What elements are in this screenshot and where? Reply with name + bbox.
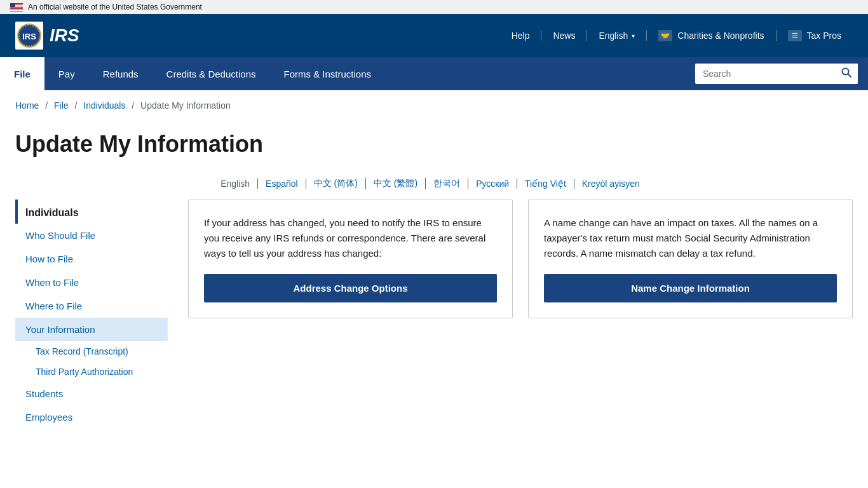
lang-korean[interactable]: 한국어 bbox=[426, 178, 468, 189]
svg-rect-5 bbox=[10, 9, 23, 10]
nav-items: File Pay Refunds Credits & Deductions Fo… bbox=[0, 57, 685, 90]
page-title-area: Update My Information bbox=[0, 121, 868, 173]
main-nav: File Pay Refunds Credits & Deductions Fo… bbox=[0, 57, 868, 90]
search-area bbox=[685, 57, 868, 90]
tax-pros-icon: ☰ bbox=[788, 30, 802, 41]
sidebar-when-to-file[interactable]: When to File bbox=[15, 271, 168, 294]
language-bar: English Español 中文 (简体) 中文 (繁體) 한국어 Русс… bbox=[0, 173, 868, 200]
irs-logo-text: IRS bbox=[50, 25, 79, 46]
irs-emblem: IRS bbox=[15, 22, 43, 50]
gov-banner: An official website of the United States… bbox=[0, 0, 868, 14]
english-link[interactable]: English ▾ bbox=[587, 30, 647, 41]
lang-chinese-traditional[interactable]: 中文 (繁體) bbox=[366, 178, 426, 189]
search-box bbox=[695, 64, 858, 84]
breadcrumb-sep-2: / bbox=[74, 100, 77, 111]
svg-rect-7 bbox=[10, 3, 15, 8]
lang-vietnamese[interactable]: Tiếng Việt bbox=[517, 179, 574, 189]
nav-forms[interactable]: Forms & Instructions bbox=[269, 57, 385, 90]
charities-icon: 🤝 bbox=[658, 30, 672, 41]
sidebar-students[interactable]: Students bbox=[15, 382, 168, 405]
sidebar-section-title: Individuals bbox=[15, 200, 168, 224]
page-title: Update My Information bbox=[15, 131, 853, 158]
english-label: English bbox=[599, 30, 628, 41]
breadcrumb-sep-3: / bbox=[132, 100, 134, 111]
sidebar-where-to-file[interactable]: Where to File bbox=[15, 294, 168, 318]
sidebar-sub-items: Tax Record (Transcript) Third Party Auth… bbox=[15, 341, 168, 382]
header-nav: Help News English ▾ 🤝 Charities & Nonpro… bbox=[500, 30, 853, 41]
chevron-down-icon: ▾ bbox=[632, 32, 635, 39]
news-link[interactable]: News bbox=[541, 30, 587, 41]
breadcrumb-home[interactable]: Home bbox=[15, 100, 39, 111]
svg-rect-6 bbox=[10, 10, 23, 11]
lang-russian[interactable]: Русский bbox=[468, 179, 517, 189]
sidebar-your-information[interactable]: Your Information bbox=[15, 318, 168, 341]
address-change-btn[interactable]: Address Change Options bbox=[204, 274, 497, 302]
nav-refunds[interactable]: Refunds bbox=[89, 57, 153, 90]
address-card-text: If your address has changed, you need to… bbox=[204, 215, 497, 261]
name-card-text: A name change can have an impact on taxe… bbox=[544, 215, 837, 261]
site-header: IRS IRS Help News English ▾ 🤝 Charities … bbox=[0, 14, 868, 57]
main-layout: Individuals Who Should File How to File … bbox=[0, 200, 868, 454]
cards-row: If your address has changed, you need to… bbox=[188, 200, 853, 318]
irs-wordmark: IRS bbox=[50, 25, 79, 46]
nav-file[interactable]: File bbox=[0, 57, 44, 90]
lang-espanol[interactable]: Español bbox=[258, 179, 306, 189]
search-icon bbox=[841, 67, 851, 78]
sidebar-employees[interactable]: Employees bbox=[15, 405, 168, 429]
logo-area: IRS IRS bbox=[15, 22, 79, 50]
nav-pay[interactable]: Pay bbox=[44, 57, 89, 90]
sidebar-tax-record[interactable]: Tax Record (Transcript) bbox=[36, 341, 168, 362]
irs-emblem-svg: IRS bbox=[17, 23, 42, 48]
nav-credits[interactable]: Credits & Deductions bbox=[153, 57, 270, 90]
breadcrumb-individuals[interactable]: Individuals bbox=[83, 100, 125, 111]
breadcrumb-sep-1: / bbox=[45, 100, 48, 111]
sidebar-third-party[interactable]: Third Party Authorization bbox=[36, 362, 168, 382]
sidebar-who-should-file[interactable]: Who Should File bbox=[15, 224, 168, 247]
breadcrumb-file[interactable]: File bbox=[54, 100, 69, 111]
name-change-btn[interactable]: Name Change Information bbox=[544, 274, 837, 302]
charities-link[interactable]: 🤝 Charities & Nonprofits bbox=[647, 30, 776, 41]
lang-haitian-creole[interactable]: Kreyòl ayisyen bbox=[574, 179, 648, 189]
us-flag-icon bbox=[10, 3, 23, 11]
content-area: If your address has changed, you need to… bbox=[188, 200, 853, 429]
svg-line-12 bbox=[848, 74, 851, 78]
lang-english: English bbox=[220, 179, 258, 189]
name-change-card: A name change can have an impact on taxe… bbox=[528, 200, 853, 318]
search-input[interactable] bbox=[695, 65, 835, 83]
sidebar: Individuals Who Should File How to File … bbox=[15, 200, 168, 429]
help-link[interactable]: Help bbox=[500, 30, 542, 41]
charities-label: Charities & Nonprofits bbox=[677, 30, 764, 41]
tax-pros-link[interactable]: ☰ Tax Pros bbox=[776, 30, 853, 41]
svg-rect-4 bbox=[10, 8, 23, 8]
sidebar-how-to-file[interactable]: How to File bbox=[15, 247, 168, 271]
breadcrumb-current: Update My Information bbox=[140, 100, 231, 111]
address-change-card: If your address has changed, you need to… bbox=[188, 200, 513, 318]
breadcrumb: Home / File / Individuals / Update My In… bbox=[0, 90, 868, 121]
svg-text:IRS: IRS bbox=[22, 32, 36, 41]
search-button[interactable] bbox=[835, 64, 858, 84]
gov-banner-text: An official website of the United States… bbox=[28, 3, 202, 11]
lang-chinese-simplified[interactable]: 中文 (简体) bbox=[306, 178, 366, 189]
tax-pros-label: Tax Pros bbox=[807, 30, 841, 41]
